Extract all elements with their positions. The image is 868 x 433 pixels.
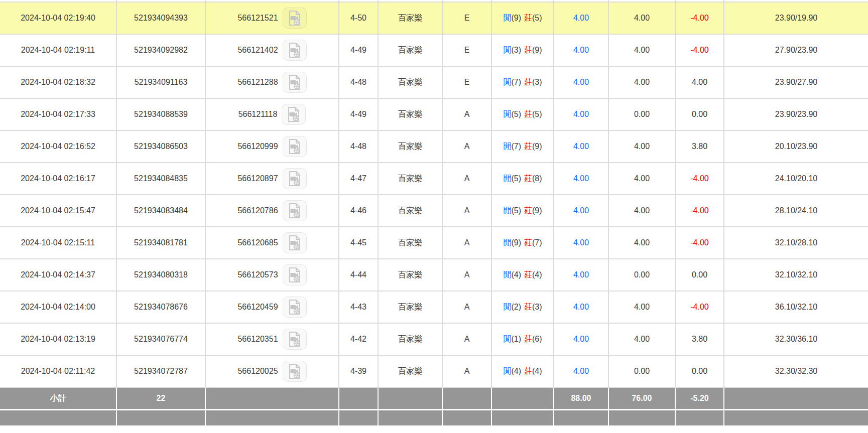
banker-label: 莊 (524, 174, 532, 183)
shoe-round: 4-47 (339, 163, 379, 195)
subtotal-count: 22 (117, 388, 206, 410)
table-letter: E (443, 67, 492, 99)
video-replay-button[interactable] (283, 297, 307, 318)
player-label: 閒 (503, 142, 511, 151)
video-replay-button[interactable] (283, 232, 307, 253)
balance: 32.10/32.10 (724, 259, 868, 292)
bet-time: 2024-10-04 02:14:00 (0, 292, 117, 324)
banker-score: (5) (532, 14, 542, 22)
bet-amount: 4.00 (554, 67, 609, 99)
video-replay-icon (287, 363, 302, 379)
valid-amount: 4.00 (609, 292, 676, 324)
bet-id: 521934081781 (117, 227, 206, 259)
table-letter: A (443, 259, 492, 292)
valid-amount: 0.00 (609, 356, 676, 388)
player-score: (4) (511, 270, 521, 279)
bet-time: 2024-10-04 02:16:52 (0, 131, 117, 163)
player-label: 閒 (503, 14, 511, 22)
video-replay-button[interactable] (283, 8, 307, 29)
valid-amount: 4.00 (609, 163, 676, 195)
player-score: (1) (511, 335, 521, 343)
banker-label: 莊 (524, 142, 532, 151)
result-cell: 閒(5)莊(8) (492, 163, 554, 195)
bet-time: 2024-10-04 02:15:11 (0, 227, 117, 259)
banker-score: (6) (532, 335, 542, 343)
table-letter: A (443, 356, 492, 388)
bet-amount: 4.00 (554, 163, 609, 195)
banker-score: (3) (532, 303, 542, 311)
game-type: 百家樂 (379, 131, 443, 163)
bet-time: 2024-10-04 02:17:33 (0, 99, 117, 131)
balance: 28.10/24.10 (724, 195, 868, 227)
video-replay-button[interactable] (283, 329, 307, 350)
bet-row: 2024-10-04 02:15:11 521934081781 5661206… (0, 227, 868, 259)
bet-id: 521934086503 (117, 131, 206, 163)
game-type: 百家樂 (379, 324, 443, 356)
bet-amount: 4.00 (554, 35, 609, 67)
banker-label: 莊 (524, 367, 532, 375)
video-replay-button[interactable] (283, 40, 307, 61)
win-loss: -4.00 (676, 35, 724, 67)
win-loss: -4.00 (676, 163, 724, 195)
bet-amount: 4.00 (554, 195, 609, 227)
subtotal-bet-amount: 88.00 (554, 388, 609, 410)
bet-id: 521934078676 (117, 292, 206, 324)
table-letter: A (443, 131, 492, 163)
banker-label: 莊 (524, 270, 532, 279)
video-replay-button[interactable] (283, 136, 307, 157)
valid-amount: 4.00 (609, 35, 676, 67)
player-score: (5) (511, 206, 521, 215)
bet-time: 2024-10-04 02:14:37 (0, 259, 117, 292)
video-replay-button[interactable] (283, 200, 307, 221)
result-cell: 閒(9)莊(7) (492, 227, 554, 259)
valid-amount: 4.00 (609, 67, 676, 99)
round-id: 566120025 (237, 367, 278, 376)
bet-id: 521934088539 (117, 99, 206, 131)
player-score: (2) (511, 303, 521, 311)
player-score: (9) (511, 14, 521, 22)
player-score: (7) (511, 78, 521, 86)
player-label: 閒 (503, 367, 511, 375)
win-loss: -4.00 (676, 3, 724, 35)
win-loss: -4.00 (676, 292, 724, 324)
result-cell: 閒(5)莊(5) (492, 99, 554, 131)
bet-amount: 4.00 (554, 131, 609, 163)
video-replay-icon (287, 42, 302, 58)
video-replay-button[interactable] (282, 104, 306, 125)
round-id-cell: 566120351 (206, 324, 339, 356)
player-score: (3) (511, 46, 521, 54)
video-replay-button[interactable] (283, 264, 307, 285)
banker-label: 莊 (524, 14, 532, 22)
video-replay-icon (287, 10, 302, 26)
table-letter: A (443, 292, 492, 324)
player-label: 閒 (503, 174, 511, 183)
player-score: (9) (511, 238, 521, 247)
round-id-cell: 566121288 (206, 67, 339, 99)
subtotal-label: 小計 (0, 388, 117, 410)
player-label: 閒 (503, 335, 511, 343)
bet-time: 2024-10-04 02:19:40 (0, 3, 117, 35)
win-loss: 3.80 (676, 131, 724, 163)
balance: 23.90/19.90 (724, 3, 868, 35)
banker-score: (3) (532, 78, 542, 86)
balance: 23.90/27.90 (724, 67, 868, 99)
result-cell: 閒(9)莊(5) (492, 3, 554, 35)
player-label: 閒 (503, 270, 511, 279)
round-id-cell: 566120459 (206, 292, 339, 324)
subtotal-valid-amount: 76.00 (609, 388, 676, 410)
table-letter: A (443, 227, 492, 259)
win-loss: -4.00 (676, 195, 724, 227)
player-label: 閒 (503, 303, 511, 311)
video-replay-icon (287, 299, 302, 315)
round-id-cell: 566120025 (206, 356, 339, 388)
game-type: 百家樂 (379, 67, 443, 99)
player-label: 閒 (503, 238, 511, 247)
banker-score: (8) (532, 174, 542, 183)
video-replay-button[interactable] (283, 361, 307, 382)
round-id-cell: 566121402 (206, 35, 339, 67)
video-replay-button[interactable] (283, 168, 307, 189)
video-replay-button[interactable] (283, 72, 307, 93)
win-loss: 0.00 (676, 99, 724, 131)
game-type: 百家樂 (379, 259, 443, 292)
bet-row: 2024-10-04 02:14:00 521934078676 5661204… (0, 292, 868, 324)
